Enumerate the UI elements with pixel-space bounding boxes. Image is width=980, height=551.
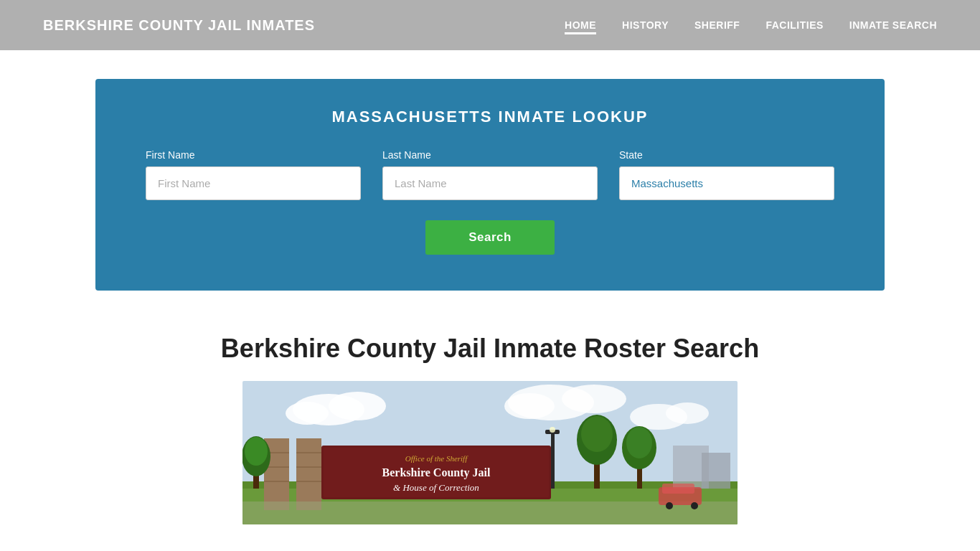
svg-point-3 xyxy=(286,402,329,425)
search-fields: First Name Last Name State xyxy=(138,149,842,200)
main-content: Berkshire County Jail Inmate Roster Sear… xyxy=(95,319,885,524)
svg-point-2 xyxy=(329,392,386,420)
page-heading: Berkshire County Jail Inmate Roster Sear… xyxy=(138,334,842,364)
state-group: State xyxy=(619,149,834,200)
nav-link-facilities[interactable]: FACILITIES xyxy=(765,19,823,31)
svg-point-42 xyxy=(691,502,698,509)
svg-text:Berkshire County Jail: Berkshire County Jail xyxy=(382,466,491,479)
nav-item-facilities[interactable]: FACILITIES xyxy=(765,19,823,32)
svg-point-29 xyxy=(581,416,613,452)
svg-text:& House of Correction: & House of Correction xyxy=(393,482,479,493)
search-button-row: Search xyxy=(138,220,842,255)
nav-item-sheriff[interactable]: SHERIFF xyxy=(694,19,740,32)
state-label: State xyxy=(619,149,834,161)
nav-link-history[interactable]: HISTORY xyxy=(622,19,669,31)
state-input[interactable] xyxy=(619,166,834,200)
last-name-label: Last Name xyxy=(382,149,598,161)
svg-rect-37 xyxy=(702,453,730,489)
svg-rect-40 xyxy=(662,484,694,494)
first-name-input[interactable] xyxy=(146,166,361,200)
nav-links: HOME HISTORY SHERIFF FACILITIES INMATE S… xyxy=(565,19,937,32)
svg-point-26 xyxy=(245,437,268,466)
search-title: MASSACHUSETTS INMATE LOOKUP xyxy=(138,108,842,126)
jail-image-container: Office of the Sheriff Berkshire County J… xyxy=(242,381,738,524)
search-section: MASSACHUSETTS INMATE LOOKUP First Name L… xyxy=(95,79,885,291)
last-name-input[interactable] xyxy=(382,166,598,200)
svg-rect-12 xyxy=(296,438,321,510)
nav-link-sheriff[interactable]: SHERIFF xyxy=(694,19,740,31)
svg-rect-33 xyxy=(551,431,555,489)
nav-item-history[interactable]: HISTORY xyxy=(622,19,669,32)
svg-point-5 xyxy=(562,385,626,413)
first-name-group: First Name xyxy=(146,149,361,200)
svg-text:Office of the Sheriff: Office of the Sheriff xyxy=(405,454,468,463)
nav-item-inmate-search[interactable]: INMATE SEARCH xyxy=(849,19,937,32)
navbar: BERKSHIRE COUNTY JAIL INMATES HOME HISTO… xyxy=(0,0,980,50)
site-brand[interactable]: BERKSHIRE COUNTY JAIL INMATES xyxy=(43,17,315,34)
svg-point-8 xyxy=(666,402,709,424)
jail-image-svg: Office of the Sheriff Berkshire County J… xyxy=(242,381,738,524)
svg-point-35 xyxy=(550,427,555,433)
nav-item-home[interactable]: HOME xyxy=(565,19,596,32)
svg-point-41 xyxy=(666,502,673,509)
nav-link-inmate-search[interactable]: INMATE SEARCH xyxy=(849,19,937,31)
last-name-group: Last Name xyxy=(382,149,598,200)
svg-point-32 xyxy=(626,427,652,458)
first-name-label: First Name xyxy=(146,149,361,161)
nav-link-home[interactable]: HOME xyxy=(565,19,596,34)
svg-point-6 xyxy=(504,393,555,419)
search-button[interactable]: Search xyxy=(425,220,555,255)
